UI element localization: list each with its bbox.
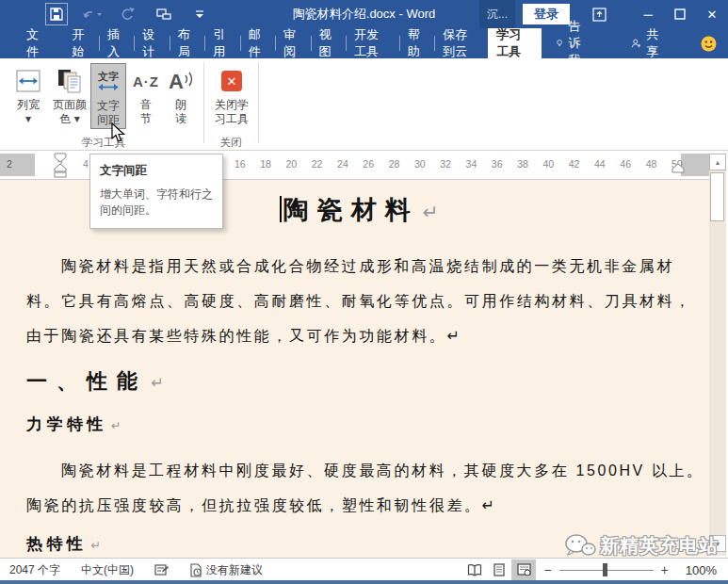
- watermark: 新精英充电站: [564, 533, 719, 559]
- proofing-icon: [189, 563, 202, 577]
- close-group-label: 关闭: [203, 136, 258, 150]
- ribbon-tab-bar: 文件开始插入设计布局引用邮件审阅视图开发工具帮助保存到云学习工具 告诉我 共享: [0, 28, 728, 58]
- share-label: 共享: [646, 26, 663, 60]
- paragraph-mark: ↵: [91, 538, 102, 552]
- smiley-feedback-icon[interactable]: [701, 36, 717, 52]
- ribbon-tab[interactable]: 设计: [134, 28, 169, 58]
- word-count[interactable]: 2047 个字: [9, 562, 60, 578]
- document-page: 陶瓷材料↵ 陶瓷材料是指用天然或合成化合物经过成形和高温烧结制成的一类无机非金属…: [0, 191, 692, 555]
- learning-tools-group-label: 学习工具: [28, 136, 179, 150]
- word-window: 陶瓷材料介绍.docx - Word 沉... 登录 ─ ✕ 文件开始插入设计布…: [0, 0, 728, 584]
- syllables-button[interactable]: A·Z 音 节: [130, 63, 162, 129]
- ruler-number: 22: [304, 158, 330, 170]
- column-width-icon: [16, 67, 40, 95]
- column-width-button[interactable]: 列宽 ▾: [9, 63, 47, 129]
- web-layout-view-icon[interactable]: [511, 560, 536, 580]
- indent-markers[interactable]: [53, 153, 68, 178]
- ribbon-tab[interactable]: 布局: [170, 28, 204, 58]
- svg-text:A: A: [169, 70, 184, 93]
- read-aloud-button[interactable]: A 朗 读: [164, 63, 198, 129]
- text-cursor: [280, 196, 282, 222]
- read-aloud-icon: A: [167, 67, 195, 95]
- scrollbar-thumb[interactable]: [710, 172, 724, 221]
- zoom-slider-thumb[interactable]: [603, 563, 607, 576]
- ime-icon[interactable]: [154, 563, 169, 576]
- ruler-number: 24: [330, 158, 355, 170]
- document-title: 陶瓷材料: [283, 196, 419, 224]
- ribbon-tab[interactable]: 视图: [311, 28, 346, 58]
- paragraph-line: 陶瓷的抗压强度较高，但抗拉强度较低，塑性和韧性很差。↵: [26, 488, 692, 523]
- ribbon-tab[interactable]: 文件: [13, 28, 57, 58]
- syllables-icon: A·Z: [133, 67, 159, 95]
- ribbon-tabs: 文件开始插入设计布局引用邮件审阅视图开发工具帮助保存到云学习工具: [0, 28, 542, 58]
- ruler-number: 20: [279, 158, 304, 170]
- watermark-text: 新精英充电站: [600, 533, 719, 559]
- ribbon-tab[interactable]: 开始: [63, 28, 98, 58]
- page-color-label: 页面颜 色 ▾: [53, 98, 87, 126]
- minimize-button[interactable]: ─: [632, 0, 664, 28]
- title-bar: 陶瓷材料介绍.docx - Word 沉... 登录 ─ ✕: [0, 0, 728, 28]
- share-button[interactable]: 共享: [631, 26, 663, 60]
- ruler-number: 42: [561, 158, 587, 170]
- heading-2: 力学特性: [26, 415, 107, 433]
- ruler-margin-number: 2: [2, 158, 17, 170]
- ribbon-tab[interactable]: 学习工具: [488, 28, 542, 58]
- syllables-label: 音 节: [140, 98, 152, 126]
- right-indent-marker[interactable]: [671, 163, 686, 174]
- ruler-number: 38: [510, 158, 535, 170]
- tabbar-extras: 告诉我 共享: [542, 28, 728, 58]
- immersive-mode-button[interactable]: 沉...: [479, 0, 515, 28]
- ribbon-tab[interactable]: 邮件: [240, 28, 275, 58]
- maximize-button[interactable]: [664, 0, 696, 28]
- zoom-in-button[interactable]: +: [654, 562, 676, 577]
- close-learning-tools-icon: ✕: [221, 67, 242, 95]
- language-indicator[interactable]: 中文(中国): [81, 562, 134, 578]
- ribbon-display-options-icon[interactable]: [583, 0, 615, 28]
- ribbon-tab[interactable]: 引用: [204, 28, 239, 58]
- paragraph-mark: ↵: [151, 374, 164, 391]
- vertical-scrollbar[interactable]: ▲ ▼: [709, 154, 726, 556]
- ribbon-tab[interactable]: 审阅: [275, 28, 310, 58]
- close-button[interactable]: ✕: [696, 0, 728, 28]
- heading-2-line: 力学特性↵: [26, 414, 692, 435]
- ruler-number: 18: [252, 158, 278, 170]
- ruler-number: 16: [227, 158, 252, 170]
- ruler-number: 32: [432, 158, 458, 170]
- read-mode-view-icon[interactable]: [462, 560, 487, 580]
- ruler-number: 26: [356, 158, 381, 170]
- paragraph-1: 陶瓷材料是指用天然或合成化合物经过成形和高温烧结制成的一类无机非金属材料。它具有…: [26, 249, 692, 353]
- page-color-button[interactable]: 页面颜 色 ▾: [49, 63, 90, 129]
- ribbon-tab[interactable]: 帮助: [399, 28, 434, 58]
- read-aloud-label: 朗 读: [175, 98, 186, 126]
- heading-1-line: 一、性能↵: [26, 367, 692, 396]
- close-learning-tools-button[interactable]: ✕ 关闭学 习工具: [209, 63, 254, 129]
- window-bottom-edge: [0, 580, 728, 584]
- ribbon-tab[interactable]: 插入: [99, 28, 134, 58]
- heading-3: 热特性: [26, 535, 88, 553]
- zoom-out-button[interactable]: −: [536, 562, 558, 577]
- paragraph-mark: ↵: [423, 202, 439, 222]
- proofing-status[interactable]: 没有新建议: [189, 562, 263, 578]
- lightbulb-icon: [557, 36, 562, 51]
- ruler-number: 48: [639, 158, 664, 170]
- tooltip-title: 文字间距: [100, 163, 213, 179]
- zoom-slider[interactable]: [559, 560, 654, 580]
- paragraph-line: 陶瓷材料是工程材料中刚度最好、硬度最高的材料，其硬度大多在 1500HV 以上。: [26, 453, 692, 488]
- text-spacing-button[interactable]: 文字 文字 间距: [90, 63, 126, 129]
- text-spacing-tooltip: 文字间距 增大单词、字符和行之间的间距。: [89, 154, 223, 229]
- ruler-number: 34: [459, 158, 484, 170]
- ribbon-tab[interactable]: 保存到云: [434, 28, 488, 58]
- ruler-number: 44: [587, 158, 612, 170]
- wechat-logo-icon: [564, 534, 596, 559]
- zoom-percentage[interactable]: 100%: [686, 563, 717, 577]
- text-spacing-icon: 文字: [97, 68, 120, 96]
- scroll-up-icon[interactable]: ▲: [709, 154, 726, 170]
- print-layout-view-icon[interactable]: [487, 560, 511, 580]
- paragraph-line: 料。它具有高熔点、高硬度、高耐磨性、耐氧化等优点。可用作结构材料、刀具材料，: [26, 284, 692, 318]
- status-bar: 2047 个字 中文(中国) 没有新建议 −: [0, 558, 728, 580]
- paragraph-line: 陶瓷材料是指用天然或合成化合物经过成形和高温烧结制成的一类无机非金属材: [26, 249, 692, 284]
- group-separator: [203, 62, 204, 143]
- ribbon-tab[interactable]: 开发工具: [346, 28, 399, 58]
- document-canvas[interactable]: 陶瓷材料↵ 陶瓷材料是指用天然或合成化合物经过成形和高温烧结制成的一类无机非金属…: [0, 180, 709, 558]
- heading-1: 一、性能: [26, 369, 147, 393]
